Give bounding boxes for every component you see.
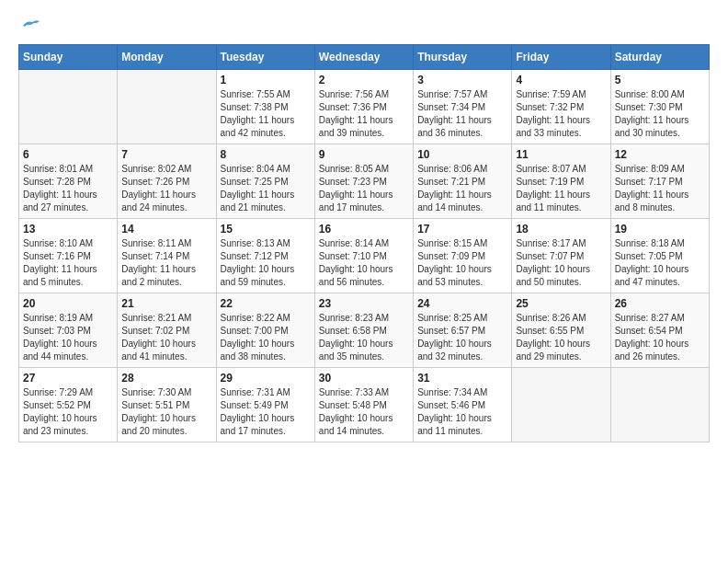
day-number: 29 xyxy=(221,372,311,385)
day-number: 10 xyxy=(417,148,507,161)
day-info: Sunrise: 8:23 AMSunset: 6:58 PMDaylight:… xyxy=(319,312,409,363)
calendar-day-cell: 2Sunrise: 7:56 AMSunset: 7:36 PMDaylight… xyxy=(314,70,413,144)
day-of-week-header: Tuesday xyxy=(216,45,314,70)
calendar-day-cell xyxy=(610,368,709,442)
calendar-day-cell: 24Sunrise: 8:25 AMSunset: 6:57 PMDayligh… xyxy=(414,293,512,368)
day-info: Sunrise: 8:26 AMSunset: 6:55 PMDaylight:… xyxy=(516,312,606,363)
day-number: 31 xyxy=(417,372,507,385)
day-number: 23 xyxy=(319,297,409,310)
calendar-day-cell: 3Sunrise: 7:57 AMSunset: 7:34 PMDaylight… xyxy=(414,70,512,144)
calendar-day-cell: 11Sunrise: 8:07 AMSunset: 7:19 PMDayligh… xyxy=(512,144,610,219)
day-number: 5 xyxy=(615,74,705,86)
calendar-day-cell: 15Sunrise: 8:13 AMSunset: 7:12 PMDayligh… xyxy=(216,219,314,293)
calendar-day-cell: 12Sunrise: 8:09 AMSunset: 7:17 PMDayligh… xyxy=(610,144,709,219)
day-info: Sunrise: 8:21 AMSunset: 7:02 PMDaylight:… xyxy=(121,312,211,363)
calendar-day-cell: 28Sunrise: 7:30 AMSunset: 5:51 PMDayligh… xyxy=(118,368,216,442)
day-number: 17 xyxy=(417,223,507,236)
day-info: Sunrise: 7:56 AMSunset: 7:36 PMDaylight:… xyxy=(319,88,409,140)
day-of-week-header: Sunday xyxy=(19,45,118,70)
calendar-day-cell: 7Sunrise: 8:02 AMSunset: 7:26 PMDaylight… xyxy=(118,144,216,219)
day-number: 18 xyxy=(516,223,606,236)
logo xyxy=(18,18,40,29)
calendar-day-cell xyxy=(19,70,118,144)
calendar-day-cell xyxy=(512,368,610,442)
day-number: 13 xyxy=(23,223,113,236)
day-info: Sunrise: 8:11 AMSunset: 7:14 PMDaylight:… xyxy=(121,237,211,289)
calendar-day-cell: 19Sunrise: 8:18 AMSunset: 7:05 PMDayligh… xyxy=(610,219,709,293)
day-of-week-header: Saturday xyxy=(610,45,709,70)
calendar-day-cell: 26Sunrise: 8:27 AMSunset: 6:54 PMDayligh… xyxy=(610,293,709,368)
logo-bird-icon xyxy=(19,18,40,33)
day-info: Sunrise: 8:15 AMSunset: 7:09 PMDaylight:… xyxy=(417,237,507,289)
calendar-table: SundayMondayTuesdayWednesdayThursdayFrid… xyxy=(18,44,710,442)
day-number: 16 xyxy=(319,223,409,236)
day-number: 11 xyxy=(516,148,606,161)
calendar-day-cell: 23Sunrise: 8:23 AMSunset: 6:58 PMDayligh… xyxy=(314,293,413,368)
calendar-day-cell: 29Sunrise: 7:31 AMSunset: 5:49 PMDayligh… xyxy=(216,368,314,442)
day-number: 28 xyxy=(121,372,211,385)
calendar-day-cell: 17Sunrise: 8:15 AMSunset: 7:09 PMDayligh… xyxy=(414,219,512,293)
calendar-day-cell xyxy=(118,70,216,144)
day-info: Sunrise: 8:02 AMSunset: 7:26 PMDaylight:… xyxy=(121,163,211,214)
day-number: 25 xyxy=(516,297,606,310)
day-number: 3 xyxy=(417,74,507,86)
day-info: Sunrise: 8:18 AMSunset: 7:05 PMDaylight:… xyxy=(615,237,705,289)
calendar-day-cell: 13Sunrise: 8:10 AMSunset: 7:16 PMDayligh… xyxy=(19,219,118,293)
day-info: Sunrise: 8:06 AMSunset: 7:21 PMDaylight:… xyxy=(417,163,507,214)
calendar-day-cell: 30Sunrise: 7:33 AMSunset: 5:48 PMDayligh… xyxy=(314,368,413,442)
day-info: Sunrise: 8:09 AMSunset: 7:17 PMDaylight:… xyxy=(615,163,705,214)
page-header xyxy=(18,18,710,29)
day-info: Sunrise: 8:05 AMSunset: 7:23 PMDaylight:… xyxy=(319,163,409,214)
calendar-day-cell: 20Sunrise: 8:19 AMSunset: 7:03 PMDayligh… xyxy=(19,293,118,368)
calendar-day-cell: 5Sunrise: 8:00 AMSunset: 7:30 PMDaylight… xyxy=(610,70,709,144)
day-info: Sunrise: 8:22 AMSunset: 7:00 PMDaylight:… xyxy=(221,312,311,363)
day-info: Sunrise: 7:30 AMSunset: 5:51 PMDaylight:… xyxy=(121,386,211,438)
day-number: 1 xyxy=(221,74,311,86)
day-number: 2 xyxy=(319,74,409,86)
day-of-week-header: Monday xyxy=(118,45,216,70)
day-info: Sunrise: 8:01 AMSunset: 7:28 PMDaylight:… xyxy=(23,163,113,214)
day-of-week-header: Thursday xyxy=(414,45,512,70)
day-info: Sunrise: 8:13 AMSunset: 7:12 PMDaylight:… xyxy=(221,237,311,289)
calendar-day-cell: 1Sunrise: 7:55 AMSunset: 7:38 PMDaylight… xyxy=(216,70,314,144)
day-number: 9 xyxy=(319,148,409,161)
day-number: 7 xyxy=(121,148,211,161)
day-info: Sunrise: 8:27 AMSunset: 6:54 PMDaylight:… xyxy=(615,312,705,363)
calendar-week-row: 27Sunrise: 7:29 AMSunset: 5:52 PMDayligh… xyxy=(19,368,710,442)
day-info: Sunrise: 7:34 AMSunset: 5:46 PMDaylight:… xyxy=(417,386,507,438)
calendar-day-cell: 27Sunrise: 7:29 AMSunset: 5:52 PMDayligh… xyxy=(19,368,118,442)
calendar-day-cell: 14Sunrise: 8:11 AMSunset: 7:14 PMDayligh… xyxy=(118,219,216,293)
calendar-day-cell: 6Sunrise: 8:01 AMSunset: 7:28 PMDaylight… xyxy=(19,144,118,219)
day-of-week-header: Friday xyxy=(512,45,610,70)
day-info: Sunrise: 8:17 AMSunset: 7:07 PMDaylight:… xyxy=(516,237,606,289)
calendar-week-row: 20Sunrise: 8:19 AMSunset: 7:03 PMDayligh… xyxy=(19,293,710,368)
day-info: Sunrise: 8:04 AMSunset: 7:25 PMDaylight:… xyxy=(221,163,311,214)
calendar-day-cell: 18Sunrise: 8:17 AMSunset: 7:07 PMDayligh… xyxy=(512,219,610,293)
day-info: Sunrise: 7:31 AMSunset: 5:49 PMDaylight:… xyxy=(221,386,311,438)
calendar-day-cell: 9Sunrise: 8:05 AMSunset: 7:23 PMDaylight… xyxy=(314,144,413,219)
day-info: Sunrise: 7:33 AMSunset: 5:48 PMDaylight:… xyxy=(319,386,409,438)
day-number: 30 xyxy=(319,372,409,385)
day-number: 21 xyxy=(121,297,211,310)
day-of-week-header: Wednesday xyxy=(314,45,413,70)
day-info: Sunrise: 8:25 AMSunset: 6:57 PMDaylight:… xyxy=(417,312,507,363)
day-info: Sunrise: 7:59 AMSunset: 7:32 PMDaylight:… xyxy=(516,88,606,140)
day-number: 12 xyxy=(615,148,705,161)
day-info: Sunrise: 7:57 AMSunset: 7:34 PMDaylight:… xyxy=(417,88,507,140)
day-number: 20 xyxy=(23,297,113,310)
day-number: 14 xyxy=(121,223,211,236)
calendar-week-row: 13Sunrise: 8:10 AMSunset: 7:16 PMDayligh… xyxy=(19,219,710,293)
day-number: 4 xyxy=(516,74,606,86)
day-number: 6 xyxy=(23,148,113,161)
day-info: Sunrise: 8:14 AMSunset: 7:10 PMDaylight:… xyxy=(319,237,409,289)
day-info: Sunrise: 8:00 AMSunset: 7:30 PMDaylight:… xyxy=(615,88,705,140)
day-number: 26 xyxy=(615,297,705,310)
calendar-week-row: 1Sunrise: 7:55 AMSunset: 7:38 PMDaylight… xyxy=(19,70,710,144)
day-info: Sunrise: 8:07 AMSunset: 7:19 PMDaylight:… xyxy=(516,163,606,214)
day-number: 8 xyxy=(221,148,311,161)
day-number: 15 xyxy=(221,223,311,236)
calendar-day-cell: 31Sunrise: 7:34 AMSunset: 5:46 PMDayligh… xyxy=(414,368,512,442)
day-number: 22 xyxy=(221,297,311,310)
calendar-day-cell: 21Sunrise: 8:21 AMSunset: 7:02 PMDayligh… xyxy=(118,293,216,368)
calendar-day-cell: 22Sunrise: 8:22 AMSunset: 7:00 PMDayligh… xyxy=(216,293,314,368)
